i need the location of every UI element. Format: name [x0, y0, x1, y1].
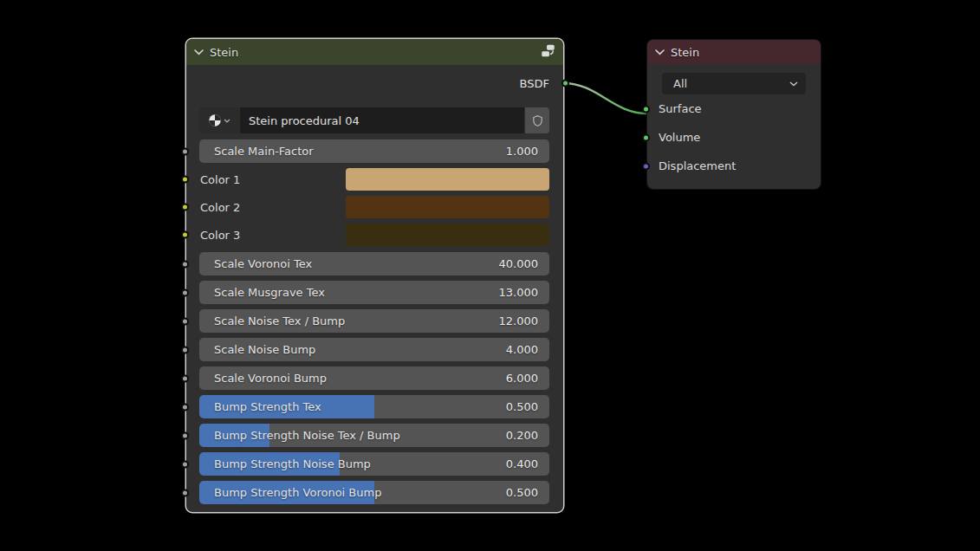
input-label: Surface	[659, 102, 702, 115]
socket-input-color-2[interactable]	[181, 204, 189, 211]
socket-input-scale-voronoi-tex[interactable]	[181, 260, 189, 268]
slider-value: 12.000	[499, 314, 550, 327]
shield-icon	[531, 114, 544, 127]
socket-input-bump-strength-noise-bump[interactable]	[181, 460, 189, 468]
slider-value: 13.000	[499, 286, 550, 299]
slider-label: Bump Strength Voronoi Bump	[199, 486, 506, 499]
group-node-header[interactable]: Stein	[186, 39, 563, 65]
slider-bump-strength-tex[interactable]: Bump Strength Tex 0.500	[199, 395, 549, 418]
collapse-chevron-icon[interactable]	[194, 49, 204, 55]
slider-bump-strength-noise-tex-bump[interactable]: Bump Strength Noise Tex / Bump 0.200	[199, 424, 549, 447]
node-editor-canvas[interactable]: Stein BSDF	[0, 0, 980, 551]
material-name-field[interactable]: Stein procedural 04	[240, 107, 524, 133]
socket-input-scale-noise-tex-bump[interactable]	[181, 317, 189, 325]
socket-input-displacement[interactable]	[642, 162, 650, 170]
material-selector-row: Stein procedural 04	[199, 107, 549, 133]
slider-label: Scale Noise Bump	[199, 343, 506, 356]
output-node-header[interactable]: Stein	[647, 40, 821, 64]
slider-scale-voronoi-tex[interactable]: Scale Voronoi Tex 40.000	[199, 252, 549, 276]
slider-scale-noise-tex-bump[interactable]: Scale Noise Tex / Bump 12.000	[199, 309, 549, 333]
slider-label: Bump Strength Noise Bump	[199, 457, 506, 470]
slider-label: Bump Strength Noise Tex / Bump	[199, 429, 506, 442]
select-value: All	[673, 77, 687, 90]
input-label: Displacement	[659, 159, 736, 172]
slider-scale-musgrave-tex[interactable]: Scale Musgrave Tex 13.000	[199, 281, 549, 304]
node-group-icon	[541, 43, 555, 61]
socket-input-scale-noise-bump[interactable]	[181, 346, 189, 353]
input-color-1: Color 1	[199, 168, 549, 191]
color-swatch[interactable]	[346, 224, 549, 246]
slider-scale-main-factor[interactable]: Scale Main-Factor 1.000	[199, 139, 549, 163]
socket-output-bsdf[interactable]	[561, 80, 569, 88]
output-label: BSDF	[520, 77, 549, 90]
slider-scale-noise-bump[interactable]: Scale Noise Bump 4.000	[199, 338, 549, 361]
node-title: Stein	[210, 46, 238, 59]
slider-label: Scale Musgrave Tex	[199, 286, 499, 299]
socket-input-volume[interactable]	[642, 133, 650, 141]
material-browse-button[interactable]	[199, 107, 239, 133]
socket-input-scale-musgrave-tex[interactable]	[181, 288, 189, 296]
slider-value: 0.500	[506, 400, 549, 413]
node-material-output[interactable]: Stein All Surface Volume Displacement	[647, 40, 821, 189]
slider-value: 6.000	[506, 372, 549, 385]
slider-label: Scale Voronoi Tex	[199, 257, 499, 270]
input-row-displacement: Displacement	[647, 152, 821, 180]
slider-value: 40.000	[499, 257, 550, 270]
fake-user-button[interactable]	[525, 107, 549, 133]
socket-input-scale-voronoi-bump[interactable]	[181, 374, 189, 382]
output-target-select[interactable]: All	[662, 73, 806, 94]
slider-label: Scale Noise Tex / Bump	[199, 314, 499, 327]
input-label: Volume	[659, 131, 700, 144]
slider-label: Scale Voronoi Bump	[199, 372, 506, 385]
input-color-3: Color 3	[199, 224, 549, 246]
socket-input-color-3[interactable]	[181, 231, 189, 239]
socket-input-bump-strength-voronoi-bump[interactable]	[181, 489, 189, 496]
color-label: Color 1	[199, 173, 346, 186]
socket-input-bump-strength-noise-tex-bump[interactable]	[181, 431, 189, 439]
slider-bump-strength-voronoi-bump[interactable]: Bump Strength Voronoi Bump 0.500	[199, 481, 549, 504]
output-row-bsdf: BSDF	[199, 72, 549, 94]
slider-label: Scale Main-Factor	[199, 145, 506, 158]
chevron-down-icon	[224, 119, 230, 123]
slider-value: 0.400	[506, 457, 549, 470]
slider-value: 1.000	[506, 145, 549, 158]
socket-input-scale-main-factor[interactable]	[181, 147, 189, 155]
slider-value: 0.500	[506, 486, 549, 499]
slider-bump-strength-noise-bump[interactable]: Bump Strength Noise Bump 0.400	[199, 452, 549, 476]
node-title: Stein	[671, 46, 699, 59]
color-label: Color 2	[199, 201, 346, 214]
color-swatch[interactable]	[346, 196, 549, 218]
collapse-chevron-icon[interactable]	[655, 49, 665, 55]
material-sphere-icon	[208, 113, 222, 127]
input-row-volume: Volume	[647, 123, 821, 152]
chevron-down-icon	[789, 81, 798, 87]
slider-scale-voronoi-bump[interactable]: Scale Voronoi Bump 6.000	[199, 366, 549, 390]
slider-value: 0.200	[506, 429, 549, 442]
slider-label: Bump Strength Tex	[199, 400, 506, 413]
node-stein-group[interactable]: Stein BSDF	[186, 39, 563, 512]
color-swatch[interactable]	[346, 168, 549, 191]
input-color-2: Color 2	[199, 196, 549, 218]
slider-value: 4.000	[506, 343, 549, 356]
socket-input-color-1[interactable]	[181, 176, 189, 184]
color-label: Color 3	[199, 229, 346, 242]
input-row-surface: Surface	[647, 94, 821, 123]
socket-input-bump-strength-tex[interactable]	[181, 403, 189, 411]
socket-input-surface[interactable]	[642, 105, 650, 113]
